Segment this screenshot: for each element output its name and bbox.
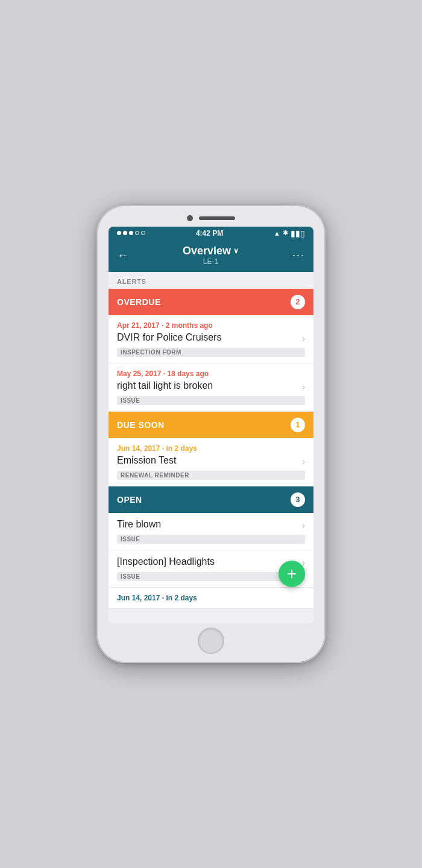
alert-item-row: DVIR for Police Cruisers ›: [117, 332, 305, 344]
phone-screen: 4:42 PM ▲ ✱ ▮▮▯ ← Overview ∨ LE-1 ··· AL…: [109, 227, 313, 623]
phone-top-hardware: [187, 212, 235, 224]
category-header-overdue: OVERDUE 2: [109, 289, 313, 315]
more-button[interactable]: ···: [292, 249, 305, 262]
alert-item-due-soon-0[interactable]: Jun 14, 2017 · in 2 days Emission Test ›…: [109, 438, 313, 486]
alert-item-row: Emission Test ›: [117, 455, 305, 467]
alert-tag: ISSUE: [117, 396, 305, 405]
alert-item-overdue-1[interactable]: May 25, 2017 · 18 days ago right tail li…: [109, 363, 313, 412]
category-header-open: OPEN 3: [109, 486, 313, 513]
alert-item-open-2[interactable]: Jun 14, 2017 · in 2 days: [109, 588, 313, 609]
signal-dots: [117, 231, 145, 235]
alert-tag: INSPECTION FORM: [117, 348, 305, 357]
nav-title: Overview ∨: [183, 245, 239, 257]
category-header-due-soon: DUE SOON 1: [109, 412, 313, 438]
status-time: 4:42 PM: [196, 229, 223, 237]
alerts-section-label: ALERTS: [109, 272, 313, 289]
alert-item-row: right tail light is broken ›: [117, 380, 305, 392]
dot-2: [123, 231, 127, 235]
chevron-right-icon: ›: [302, 333, 305, 344]
dot-5: [141, 231, 145, 235]
alert-tag: ISSUE: [117, 572, 305, 581]
battery-icon: ▮▮▯: [291, 228, 305, 238]
alert-item-overdue-0[interactable]: Apr 21, 2017 · 2 months ago DVIR for Pol…: [109, 315, 313, 363]
nav-chevron-icon: ∨: [233, 247, 239, 255]
dot-4: [135, 231, 139, 235]
status-icons: ▲ ✱ ▮▮▯: [274, 228, 305, 238]
alert-title: DVIR for Police Cruisers: [117, 332, 297, 343]
phone-frame: 4:42 PM ▲ ✱ ▮▮▯ ← Overview ∨ LE-1 ··· AL…: [96, 205, 326, 663]
bluetooth-icon: ✱: [283, 229, 288, 237]
front-camera: [187, 215, 193, 221]
back-button[interactable]: ←: [117, 248, 129, 262]
category-badge-due-soon: 1: [291, 418, 305, 432]
category-badge-open: 3: [291, 492, 305, 507]
chevron-right-icon: ›: [302, 382, 305, 392]
chevron-right-icon: ›: [302, 456, 305, 467]
home-button[interactable]: [198, 627, 224, 654]
alert-title: Tire blown: [117, 519, 297, 530]
alert-date: Jun 14, 2017 · in 2 days: [117, 594, 305, 602]
alert-item-open-0[interactable]: Tire blown › ISSUE: [109, 513, 313, 550]
alert-date: Jun 14, 2017 · in 2 days: [117, 444, 305, 453]
status-bar: 4:42 PM ▲ ✱ ▮▮▯: [109, 227, 313, 240]
chevron-right-icon: ›: [302, 520, 305, 531]
nav-bar: ← Overview ∨ LE-1 ···: [109, 240, 313, 272]
dot-3: [129, 231, 133, 235]
categories-container: OVERDUE 2 Apr 21, 2017 · 2 months ago DV…: [109, 289, 313, 609]
category-label-overdue: OVERDUE: [117, 297, 161, 307]
alert-item-row: [Inspection] Headlights ›: [117, 556, 305, 568]
alert-date: May 25, 2017 · 18 days ago: [117, 370, 305, 378]
phone-bottom: [198, 626, 224, 656]
alert-tag: RENEWAL REMINDER: [117, 471, 305, 480]
category-label-due-soon: DUE SOON: [117, 420, 165, 430]
alert-tag: ISSUE: [117, 535, 305, 544]
nav-title-area: Overview ∨ LE-1: [183, 245, 239, 266]
alert-date: Apr 21, 2017 · 2 months ago: [117, 321, 305, 330]
fab-button[interactable]: +: [279, 561, 305, 587]
dot-1: [117, 231, 121, 235]
category-badge-overdue: 2: [291, 295, 305, 309]
alert-title: right tail light is broken: [117, 380, 297, 391]
nav-subtitle: LE-1: [183, 257, 239, 266]
alert-item-row: Tire blown ›: [117, 519, 305, 531]
location-icon: ▲: [274, 230, 280, 237]
alert-title: [Inspection] Headlights: [117, 556, 297, 567]
alert-title: Emission Test: [117, 455, 297, 466]
speaker: [199, 216, 235, 220]
category-label-open: OPEN: [117, 495, 142, 505]
